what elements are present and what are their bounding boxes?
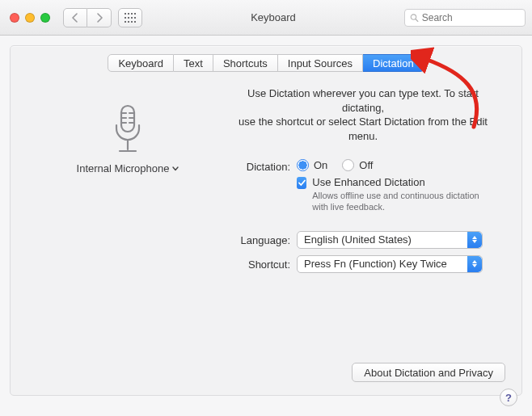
enhanced-dictation-checkbox[interactable] xyxy=(297,177,306,189)
window-title: Keyboard xyxy=(251,11,296,23)
svg-rect-1 xyxy=(128,13,129,15)
svg-rect-9 xyxy=(128,21,129,23)
chevron-down-icon xyxy=(172,166,179,171)
window-controls xyxy=(10,13,50,23)
microphone-label: Internal Microphone xyxy=(77,162,170,174)
microphone-icon xyxy=(110,104,146,156)
language-row: Language: English (United States) xyxy=(229,231,497,249)
forward-button[interactable] xyxy=(87,8,112,27)
enhanced-dictation-label: Use Enhanced Dictation xyxy=(312,176,497,188)
dictation-label: Dictation: xyxy=(229,159,290,173)
about-dictation-button[interactable]: About Dictation and Privacy xyxy=(352,363,505,382)
tab-input-sources[interactable]: Input Sources xyxy=(278,54,363,72)
shortcut-row: Shortcut: Press Fn (Function) Key Twice xyxy=(229,255,497,273)
svg-line-13 xyxy=(416,19,418,21)
dictation-off-label: Off xyxy=(359,159,373,171)
intro-text: Use Dictation wherever you can type text… xyxy=(232,86,494,143)
nav-back-forward xyxy=(63,8,112,27)
tab-label: Dictation xyxy=(373,57,414,69)
tab-label: Text xyxy=(184,57,203,69)
search-input[interactable] xyxy=(422,12,520,23)
svg-rect-8 xyxy=(125,21,126,23)
svg-rect-7 xyxy=(134,17,136,19)
dictation-on-radio[interactable] xyxy=(297,159,309,171)
language-popup[interactable]: English (United States) xyxy=(297,231,483,249)
preference-panel: Keyboard Text Shortcuts Input Sources Di… xyxy=(10,45,522,396)
enhanced-dictation-desc: Allows offline use and continuous dictat… xyxy=(312,190,497,213)
tab-bar: Keyboard Text Shortcuts Input Sources Di… xyxy=(11,54,521,72)
search-icon xyxy=(410,13,419,23)
question-mark-icon: ? xyxy=(505,392,512,404)
close-window-button[interactable] xyxy=(10,13,19,23)
dictation-settings: Use Dictation wherever you can type text… xyxy=(229,86,497,279)
zoom-window-button[interactable] xyxy=(40,13,50,23)
microphone-popup[interactable]: Internal Microphone xyxy=(77,162,179,174)
dictation-on-label: On xyxy=(314,159,327,171)
shortcut-value: Press Fn (Function) Key Twice xyxy=(304,258,447,270)
svg-rect-2 xyxy=(131,13,133,15)
help-button[interactable]: ? xyxy=(500,389,517,406)
svg-rect-10 xyxy=(131,21,133,23)
tab-text[interactable]: Text xyxy=(174,54,213,72)
tab-label: Shortcuts xyxy=(223,57,268,69)
svg-rect-5 xyxy=(128,17,129,19)
svg-rect-0 xyxy=(125,13,126,15)
back-button[interactable] xyxy=(63,8,87,27)
tab-dictation[interactable]: Dictation xyxy=(363,54,424,72)
checkmark-icon xyxy=(298,179,306,187)
dictation-off-radio[interactable] xyxy=(342,159,354,171)
dictation-row: Dictation: On Off xyxy=(229,159,497,213)
tab-shortcuts[interactable]: Shortcuts xyxy=(213,54,278,72)
tab-label: Input Sources xyxy=(288,57,353,69)
svg-rect-6 xyxy=(131,17,133,19)
microphone-section: Internal Microphone xyxy=(35,86,221,279)
language-label: Language: xyxy=(229,231,290,246)
language-value: English (United States) xyxy=(304,233,412,246)
minimize-window-button[interactable] xyxy=(25,13,35,23)
tab-label: Keyboard xyxy=(118,57,163,69)
titlebar: Keyboard xyxy=(0,0,532,36)
shortcut-label: Shortcut: xyxy=(229,255,290,271)
grid-icon xyxy=(125,13,136,23)
shortcut-popup[interactable]: Press Fn (Function) Key Twice xyxy=(297,255,483,273)
svg-rect-4 xyxy=(125,17,126,19)
search-field-container[interactable] xyxy=(404,9,526,27)
chevron-right-icon xyxy=(96,13,103,23)
svg-rect-3 xyxy=(134,13,136,15)
updown-stepper-icon xyxy=(467,256,482,272)
updown-stepper-icon xyxy=(467,232,482,248)
chevron-left-icon xyxy=(72,13,78,23)
svg-rect-11 xyxy=(134,21,136,23)
enhanced-dictation-row: Use Enhanced Dictation Allows offline us… xyxy=(297,176,497,213)
tab-keyboard[interactable]: Keyboard xyxy=(108,54,174,72)
show-all-prefs-button[interactable] xyxy=(118,8,142,27)
